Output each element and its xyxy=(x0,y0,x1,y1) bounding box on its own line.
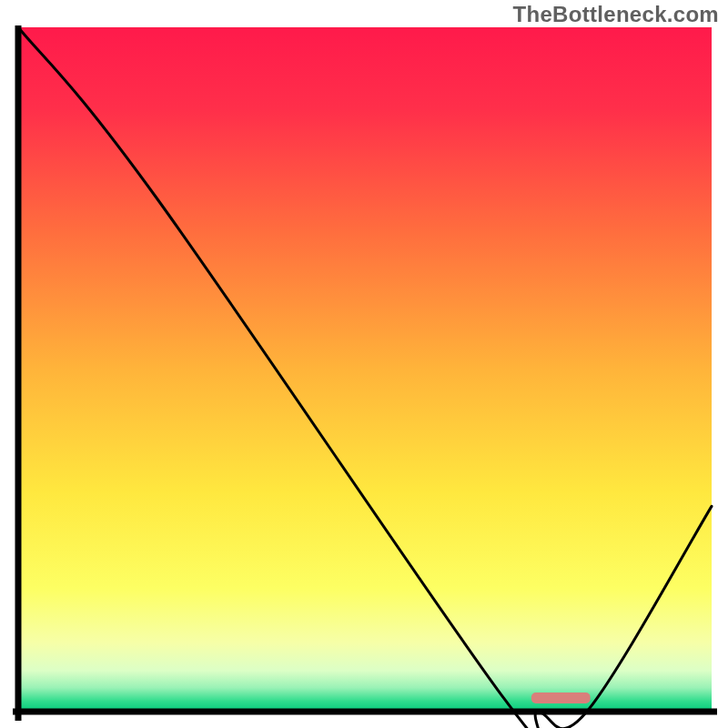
chart-stage: TheBottleneck.com xyxy=(0,0,728,728)
plot-background xyxy=(18,27,712,712)
bottleneck-chart xyxy=(0,0,728,728)
watermark-text: TheBottleneck.com xyxy=(513,2,719,27)
flat-minimum-marker xyxy=(531,693,591,703)
